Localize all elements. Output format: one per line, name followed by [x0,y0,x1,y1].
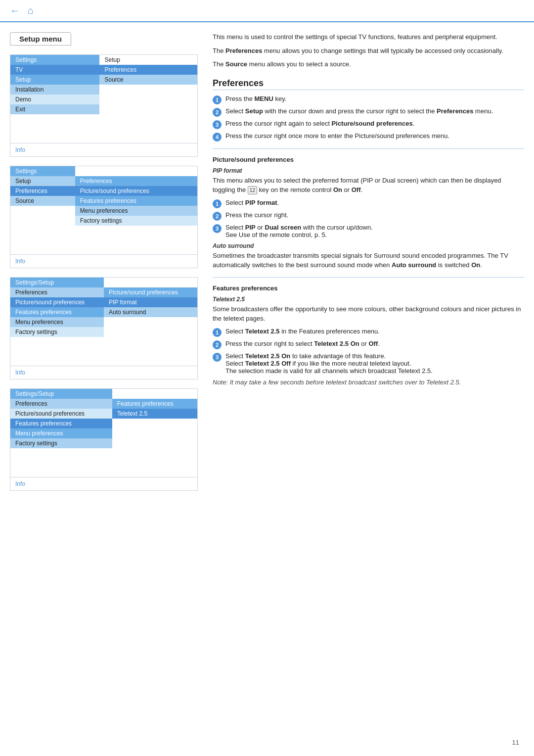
table-row: Demo [10,94,197,104]
menu-cell[interactable]: Picture/sound preferences [10,409,112,419]
top-bar: ← ⌂ [0,0,534,22]
table-row [10,246,197,253]
table-row: Settings Setup [10,55,197,65]
table-row: TV Preferences [10,65,197,75]
menu-cell [75,233,197,239]
menu-cell [112,462,197,469]
step-text-2: Select Setup with the cursor down and pr… [225,107,493,115]
menu-cell [99,85,197,94]
menu-cell[interactable]: Factory settings [10,438,112,448]
menu-cell[interactable]: Features preferences [75,196,197,206]
menu-cell[interactable]: Setup [10,176,75,186]
menu-cell[interactable]: Source [99,75,197,85]
menu-2: Settings Setup Preferences Preferences P… [10,166,198,268]
table-row: Preferences Picture/sound preferences [10,186,197,196]
menu-cell [10,462,112,469]
table-row [10,128,197,135]
menu-cell [99,128,197,135]
menu-cell[interactable]: PIP format [104,297,197,307]
menu-cell[interactable]: Features preferences [10,307,104,317]
menu-cell[interactable]: Teletext 2.5 [112,409,197,419]
pip-step-num-1: 1 [213,199,222,208]
step-num-4: 4 [213,133,222,142]
menu-cell [104,358,197,365]
menu-cell[interactable]: TV [10,65,99,75]
pip-step-text-3: Select PIP or Dual screen with the curso… [225,224,373,238]
menu-cell[interactable]: Menu preferences [75,206,197,216]
info-row-4: Info [10,477,197,490]
menu-cell[interactable]: Setup [10,75,99,85]
menu-cell[interactable]: Features preferences [112,399,197,409]
menu-cell [112,438,197,448]
teletext-step-text-3: Select Teletext 2.5 On to take advantage… [225,352,433,375]
table-row [10,121,197,128]
pip-step-1: 1 Select PIP format. [213,199,524,208]
step-text-3: Press the cursor right again to select P… [225,120,414,127]
menu-cell[interactable]: Picture/sound preferences [75,186,197,196]
menu-cell[interactable]: Picture/sound preferences [104,287,197,297]
auto-surround-subtitle: Auto surround [213,242,524,249]
menu-cell [10,128,99,135]
table-row: Features preferences [10,419,197,428]
menu-cell[interactable]: Factory settings [75,216,197,226]
menu-cell [112,455,197,462]
menu-2-table: Settings Setup Preferences Preferences P… [10,166,197,253]
table-row: Preferences Picture/sound preferences [10,287,197,297]
menu-cell[interactable]: Features preferences [10,419,112,428]
pip-format-p: This menu allows you to select the prefe… [213,176,524,195]
home-icon[interactable]: ⌂ [28,5,34,16]
menu-cell [99,104,197,114]
menu-1-table: Settings Setup TV Preferences Setup Sour… [10,55,197,142]
table-row: Setup Preferences [10,176,197,186]
teletext-step-3: 3 Select Teletext 2.5 On to take advanta… [213,352,524,375]
info-label-4: Info [15,480,25,487]
table-row [10,351,197,358]
menu-cell [10,469,112,476]
main-content: Setup menu Settings Setup TV Preferences… [0,22,534,501]
menu-cell[interactable]: Demo [10,94,99,104]
menu-cell: Setup [99,55,197,65]
menu-cell[interactable]: Menu preferences [10,428,112,438]
back-arrow-icon[interactable]: ← [10,5,20,16]
menu-cell [99,114,197,121]
table-row [10,455,197,462]
table-row [10,337,197,344]
step-num-3: 3 [213,120,222,129]
menu-cell[interactable]: Preferences [10,186,75,196]
menu-cell[interactable]: Preferences [10,287,104,297]
info-row-3: Info [10,366,197,379]
menu-cell[interactable]: Factory settings [10,327,104,337]
table-row: Picture/sound preferences Teletext 2.5 [10,409,197,419]
info-label-3: Info [15,369,25,376]
menu-cell[interactable]: Installation [10,85,99,94]
info-label-1: Info [15,146,25,153]
teletext-step-num-1: 1 [213,328,222,337]
left-column: Setup menu Settings Setup TV Preferences… [10,32,198,491]
menu-cell [10,226,75,233]
table-row: Menu preferences [10,206,197,216]
menu-cell[interactable]: Preferences [10,399,112,409]
menu-cell [10,114,99,121]
menu-cell[interactable]: Preferences [75,176,197,186]
menu-3: Settings/Setup Preferences Picture/sound… [10,277,198,379]
menu-cell[interactable]: Source [10,196,75,206]
menu-cell[interactable]: Picture/sound preferences [10,297,104,307]
section-divider-2 [213,277,524,278]
menu-cell[interactable]: Exit [10,104,99,114]
table-row: Exit [10,104,197,114]
menu-cell [10,448,112,455]
table-row [10,239,197,246]
menu-cell[interactable]: Menu preferences [10,317,104,327]
menu-cell[interactable]: Preferences [99,65,197,75]
table-row: Factory settings [10,438,197,448]
table-row: Settings [10,166,197,176]
pip-step-text-2: Press the cursor right. [225,211,288,219]
right-column: This menu is used to control the setting… [208,32,524,491]
table-row [10,469,197,476]
menu-cell[interactable]: Auto surround [104,307,197,317]
menu-cell [10,351,104,358]
teletext-note: Note: It may take a few seconds before t… [213,378,524,387]
menu-cell [104,317,197,327]
setup-menu-title-label: Setup menu [10,32,71,46]
teletext-step-num-2: 2 [213,340,222,349]
